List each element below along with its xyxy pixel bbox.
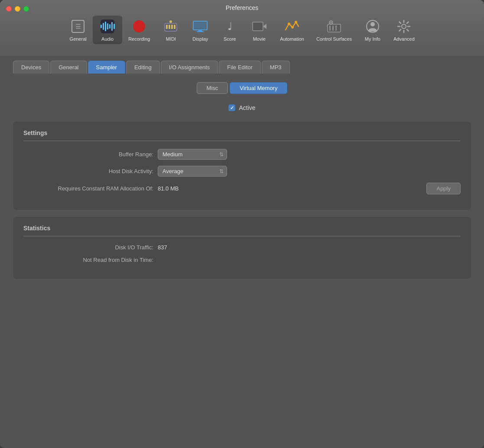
titlebar: Preferences ☰ General — [0, 0, 484, 56]
host-disk-activity-row: Host Disk Activity: Low Average High ⇅ — [23, 166, 461, 177]
toolbar-item-automation[interactable]: Automation — [274, 16, 310, 44]
settings-section: Settings Buffer Range: Small Medium Larg… — [13, 122, 471, 210]
toolbar-item-advanced[interactable]: Advanced — [387, 16, 421, 44]
buffer-range-select-wrapper: Small Medium Large ⇅ — [158, 149, 227, 160]
tab-devices[interactable]: Devices — [13, 61, 49, 74]
svg-rect-8 — [197, 31, 204, 32]
svg-rect-4 — [174, 25, 175, 29]
toolbar-item-my-info[interactable]: My Info — [358, 16, 387, 44]
settings-title: Settings — [23, 129, 461, 136]
svg-rect-1 — [166, 25, 168, 29]
display-icon — [192, 18, 208, 35]
window-controls — [6, 6, 29, 12]
settings-divider — [23, 141, 461, 141]
toolbar-item-recording[interactable]: Recording — [122, 16, 156, 44]
tab-mp3[interactable]: MP3 — [262, 61, 290, 74]
svg-line-34 — [407, 22, 409, 24]
tab-file-editor[interactable]: File Editor — [219, 61, 261, 74]
automation-icon — [284, 18, 300, 35]
score-icon: ♩ — [221, 18, 238, 35]
toolbar-label-advanced: Advanced — [393, 36, 415, 42]
control-surfaces-icon — [326, 18, 342, 35]
svg-rect-3 — [171, 25, 173, 29]
toolbar-item-midi[interactable]: MIDI — [156, 16, 185, 44]
svg-point-27 — [402, 24, 406, 29]
toolbar-item-general[interactable]: ☰ General — [63, 16, 93, 44]
toolbar-label-audio: Audio — [101, 36, 114, 42]
svg-point-13 — [291, 26, 294, 29]
toolbar-label-automation: Automation — [280, 36, 304, 42]
svg-marker-11 — [263, 24, 266, 29]
apply-button[interactable]: Apply — [426, 183, 461, 194]
active-checkbox[interactable] — [228, 104, 235, 111]
toolbar-item-score[interactable]: ♩ Score — [215, 16, 244, 44]
toolbar-label-score: Score — [224, 36, 236, 42]
audio-icon — [99, 18, 116, 35]
disk-io-traffic-value: 837 — [158, 244, 167, 251]
subtab-virtual-memory[interactable]: Virtual Memory — [230, 82, 287, 94]
my-info-icon — [364, 18, 381, 35]
advanced-icon — [396, 18, 412, 35]
toolbar-label-control-surfaces: Control Surfaces — [316, 36, 352, 42]
subtabs: Misc Virtual Memory — [13, 82, 471, 94]
ram-allocation-value: 81.0 MB — [158, 185, 418, 192]
close-button[interactable] — [6, 6, 12, 12]
svg-rect-21 — [336, 26, 336, 26]
active-row: Active — [13, 104, 471, 111]
svg-rect-2 — [169, 25, 170, 29]
toolbar-item-audio[interactable]: Audio — [93, 16, 122, 44]
tab-general[interactable]: General — [50, 61, 87, 74]
ram-allocation-row: Requires Constant RAM Allocation Of: 81.… — [23, 183, 461, 194]
toolbar-item-movie[interactable]: Movie — [244, 16, 274, 44]
toolbar-label-my-info: My Info — [365, 36, 380, 42]
statistics-section: Statistics Disk I/O Traffic: 837 Not Rea… — [13, 217, 471, 279]
svg-point-5 — [169, 20, 172, 23]
statistics-divider — [23, 236, 461, 236]
buffer-range-select[interactable]: Small Medium Large — [158, 149, 227, 160]
tab-editing[interactable]: Editing — [126, 61, 160, 74]
toolbar-label-midi: MIDI — [166, 36, 176, 42]
disk-io-traffic-label: Disk I/O Traffic: — [23, 244, 153, 251]
toolbar-item-control-surfaces[interactable]: Control Surfaces — [310, 16, 358, 44]
svg-line-32 — [400, 22, 401, 24]
svg-rect-17 — [330, 26, 330, 27]
content-area: Misc Virtual Memory Active Settings Buff… — [0, 74, 484, 448]
toolbar-label-recording: Recording — [128, 36, 150, 42]
host-disk-activity-select-wrapper: Low Average High ⇅ — [158, 166, 227, 177]
maximize-button[interactable] — [23, 6, 29, 12]
tab-io-assignments[interactable]: I/O Assignments — [161, 61, 218, 74]
toolbar-item-display[interactable]: Display — [185, 16, 215, 44]
statistics-title: Statistics — [23, 225, 461, 232]
host-disk-activity-select[interactable]: Low Average High — [158, 166, 227, 177]
svg-rect-16 — [329, 26, 331, 31]
svg-rect-10 — [253, 22, 263, 31]
tab-sampler[interactable]: Sampler — [88, 61, 125, 74]
host-disk-activity-label: Host Disk Activity: — [23, 168, 153, 174]
window-title: Preferences — [226, 4, 258, 11]
svg-rect-19 — [333, 28, 333, 29]
tabs-row: Devices General Sampler Editing I/O Assi… — [0, 56, 484, 74]
svg-point-12 — [288, 23, 290, 25]
svg-rect-9 — [194, 22, 206, 29]
buffer-range-label: Buffer Range: — [23, 151, 153, 158]
not-read-from-disk-label: Not Read from Disk in Time: — [23, 257, 153, 263]
active-label: Active — [239, 104, 255, 111]
ram-allocation-label: Requires Constant RAM Allocation Of: — [23, 185, 153, 192]
buffer-range-row: Buffer Range: Small Medium Large ⇅ — [23, 149, 461, 160]
svg-point-14 — [295, 21, 297, 23]
general-icon: ☰ — [70, 18, 86, 35]
svg-point-26 — [370, 22, 375, 26]
disk-io-traffic-row: Disk I/O Traffic: 837 — [23, 244, 461, 251]
svg-line-35 — [400, 29, 401, 31]
subtab-misc[interactable]: Misc — [197, 82, 228, 94]
svg-line-33 — [407, 29, 409, 31]
svg-rect-7 — [198, 30, 202, 31]
toolbar-label-movie: Movie — [253, 36, 266, 42]
preferences-window: Preferences ☰ General — [0, 0, 484, 448]
toolbar-label-display: Display — [192, 36, 208, 42]
midi-icon — [162, 18, 179, 35]
toolbar: ☰ General — [63, 16, 421, 44]
movie-icon — [251, 18, 267, 35]
not-read-from-disk-row: Not Read from Disk in Time: — [23, 257, 461, 263]
minimize-button[interactable] — [15, 6, 20, 12]
